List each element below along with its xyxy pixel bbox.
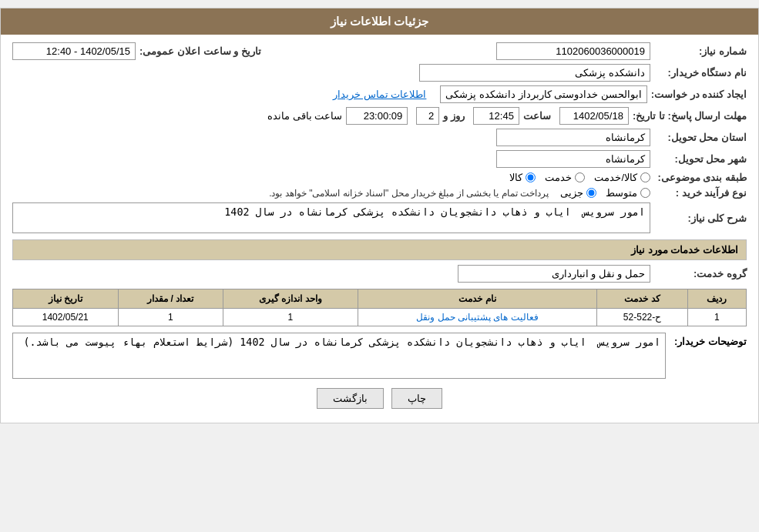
sharhKoli-textarea xyxy=(12,202,650,233)
shomareNiaz-value: 1102060036000019 xyxy=(496,42,650,60)
radio-kala-khadamat-input[interactable] xyxy=(640,172,650,182)
shomareNiaz-label: شماره نیاز: xyxy=(654,45,747,57)
radio-motovaset-label: متوسط xyxy=(606,187,637,199)
mohlat-remaining: 23:00:09 xyxy=(346,107,408,125)
mohlat-remaining-label: ساعت باقی مانده xyxy=(267,110,342,122)
page-wrapper: جزئیات اطلاعات نیاز شماره نیاز: 11020600… xyxy=(0,8,759,423)
radio-kala-label: کالا xyxy=(509,172,522,183)
col-vahed: واحد اندازه گیری xyxy=(223,289,358,309)
btn-chap[interactable]: چاپ xyxy=(391,388,442,409)
mohlat-roz: 2 xyxy=(416,107,439,125)
col-namkhadamat: نام خدمت xyxy=(358,289,597,309)
col-tarikh: تاریخ نیاز xyxy=(13,289,119,309)
radio-motovaset: متوسط xyxy=(606,187,650,199)
ijadKonande-label: ایجاد کننده در خواست: xyxy=(651,89,747,100)
groheKhadamat-value: حمل و نقل و انبارداری xyxy=(458,265,650,283)
cell-tedad: 1 xyxy=(118,309,223,326)
tabaghebandi-label: طبقه بندی موضوعی: xyxy=(654,172,747,183)
ostan-label: استان محل تحویل: xyxy=(654,132,747,143)
namDastgah-label: نام دستگاه خریدار: xyxy=(654,67,747,79)
row-sharhkoli: شرح کلی نیاز: xyxy=(12,202,747,233)
shahr-label: شهر محل تحویل: xyxy=(654,153,747,165)
cell-radif: 1 xyxy=(687,309,746,326)
noeFarayand-note: پرداخت تمام یا بخشی از مبلغ خریدار محل "… xyxy=(269,188,549,199)
tarikhe-elaan-label: تاریخ و ساعت اعلان عمومی: xyxy=(139,45,261,57)
radio-kala: کالا xyxy=(509,172,536,183)
row-ostan: استان محل تحویل: کرمانشاه xyxy=(12,129,747,146)
row-noe-farayand: نوع فرآیند خرید : متوسط جزیی پرداخت تمام… xyxy=(12,187,747,199)
row-shomaredostgah: شماره نیاز: 1102060036000019 تاریخ و ساع… xyxy=(12,42,747,60)
row-namdostgah: نام دستگاه خریدار: دانشکده پزشکی xyxy=(12,64,747,82)
mohlat-roz-label: روز و xyxy=(443,110,465,122)
mohlat-date: 1402/05/18 xyxy=(559,107,629,125)
col-kodkhadamat: کد خدمت xyxy=(597,289,688,309)
tabaghebandi-radio-group: کالا/خدمت خدمت کالا xyxy=(509,172,650,183)
noeFarayand-radio-group: متوسط جزیی xyxy=(560,187,650,199)
radio-khadamat-input[interactable] xyxy=(575,172,585,182)
radio-khadamat-label: خدمت xyxy=(545,172,572,183)
ijadKonande-value: ابوالحسن خدادوستی کاربرداز دانشکده پزشکی xyxy=(440,85,646,103)
tozihat-label: توضیحات خریدار: xyxy=(670,333,747,347)
btn-row: چاپ بازگشت xyxy=(12,388,747,409)
page-title: جزئیات اطلاعات نیاز xyxy=(331,15,428,28)
radio-jozvi-input[interactable] xyxy=(586,188,596,198)
mohlat-label: مهلت ارسال پاسخ: تا تاریخ: xyxy=(633,110,747,122)
ostan-value: کرمانشاه xyxy=(496,129,650,146)
row-shahr: شهر محل تحویل: کرمانشاه xyxy=(12,150,747,168)
col-radif: ردیف xyxy=(687,289,746,309)
radio-kala-khadamat-label: کالا/خدمت xyxy=(594,172,637,183)
sharhKoli-label: شرح کلی نیاز: xyxy=(654,212,747,224)
row-ijadkonande: ایجاد کننده در خواست: ابوالحسن خدادوستی … xyxy=(12,85,747,103)
radio-motovaset-input[interactable] xyxy=(640,188,650,198)
noeFarayand-label: نوع فرآیند خرید : xyxy=(654,187,747,199)
shahr-value: کرمانشاه xyxy=(496,150,650,168)
cell-tarikh: 1402/05/21 xyxy=(13,309,119,326)
row-grohekhadamat: گروه خدمت: حمل و نقل و انبارداری xyxy=(12,265,747,283)
row-tabaghebandi: طبقه بندی موضوعی: کالا/خدمت خدمت کالا xyxy=(12,172,747,183)
content-area: شماره نیاز: 1102060036000019 تاریخ و ساع… xyxy=(1,35,758,423)
cell-kodKhadamat: ح-522-52 xyxy=(597,309,688,326)
radio-jozvi: جزیی xyxy=(560,187,596,199)
cell-vahed: 1 xyxy=(223,309,358,326)
namDastgah-value: دانشکده پزشکی xyxy=(419,64,650,82)
btn-bazgasht[interactable]: بازگشت xyxy=(317,388,384,409)
col-tedad: تعداد / مقدار xyxy=(118,289,223,309)
groheKhadamat-label: گروه خدمت: xyxy=(654,268,747,279)
page-header: جزئیات اطلاعات نیاز xyxy=(1,8,758,35)
tarikhe-elaan-value: 1402/05/15 - 12:40 xyxy=(12,42,136,60)
tozihat-textarea xyxy=(12,333,666,379)
radio-khadamat: خدمت xyxy=(545,172,585,183)
radio-kala-khadamat: کالا/خدمت xyxy=(594,172,650,183)
row-tozihat: توضیحات خریدار: xyxy=(12,333,747,379)
etelaat-link[interactable]: اطلاعات تماس خریدار xyxy=(333,89,426,100)
mohlat-saat: 12:45 xyxy=(473,107,519,125)
serviceInfo-header: اطلاعات خدمات مورد نیاز xyxy=(12,239,747,260)
row-mohlat: مهلت ارسال پاسخ: تا تاریخ: 1402/05/18 سا… xyxy=(12,107,747,125)
radio-kala-input[interactable] xyxy=(526,172,536,182)
service-table: ردیف کد خدمت نام خدمت واحد اندازه گیری ت… xyxy=(12,289,747,326)
radio-jozvi-label: جزیی xyxy=(560,187,583,199)
mohlat-saat-label: ساعت xyxy=(523,110,551,122)
table-row: 1ح-522-52فعالیت های پشتیبانی حمل ونقل111… xyxy=(13,309,747,326)
cell-namKhadamat: فعالیت های پشتیبانی حمل ونقل xyxy=(358,309,597,326)
